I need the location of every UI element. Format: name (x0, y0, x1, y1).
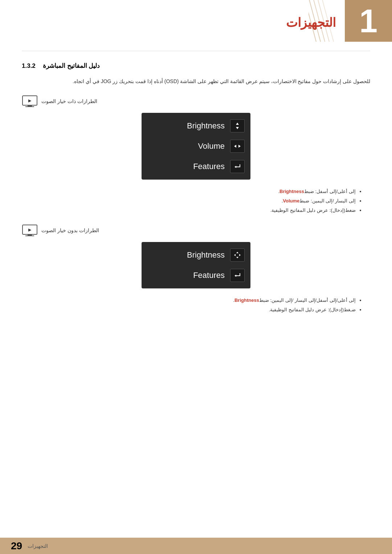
svg-rect-11 (25, 235, 34, 236)
leftright-icon (233, 142, 241, 150)
bullet-1-features: ضغط(إدخال): عرض دليل المفاتيح الوظيفية. (22, 206, 356, 215)
page-footer: التجهيزات 29 (0, 538, 392, 554)
intro-paragraph: للحصول على إرشادات حول مفاتيح الاختصارات… (22, 77, 370, 86)
svg-rect-2 (25, 106, 34, 107)
menu-box-2: Brightness Features (142, 242, 250, 288)
svg-marker-14 (236, 257, 238, 258)
svg-marker-6 (234, 145, 236, 148)
brightness-label-2: Brightness (187, 250, 225, 260)
monitor-svg-1: ▶ (22, 95, 38, 107)
chapter-title: التجهيزات (286, 15, 336, 30)
subsection-with-sound-text: الطرازات ذات خيار الصوت (41, 98, 97, 104)
svg-marker-15 (234, 254, 236, 256)
svg-rect-10 (28, 234, 32, 235)
svg-marker-16 (239, 254, 241, 256)
svg-rect-1 (28, 105, 32, 106)
chapter-box: 1 (345, 0, 392, 42)
enter-icon-1 (233, 163, 241, 171)
subsection-without-sound-label: الطرازات بدون خيار الصوت ▶ (22, 224, 370, 237)
svg-marker-7 (238, 145, 241, 148)
brightness-icon-2 (230, 249, 245, 262)
menu-item-brightness-2: Brightness (142, 245, 250, 265)
bullet-1-brightness: إلى أعلى/إلى أسفل: ضبطBrightness. (22, 187, 356, 196)
chapter-number: 1 (359, 5, 377, 37)
menu-box-1: Brightness Volume Features (142, 113, 250, 180)
subsection-without-sound-text: الطرازات بدون خيار الصوت (41, 227, 99, 233)
features-icon-2 (230, 269, 245, 282)
svg-text:▶: ▶ (28, 227, 32, 232)
bullet-1-volume: إلى اليسار /إلى اليمين: ضبطVolume. (22, 196, 356, 206)
section-number: 1.3.2 (22, 62, 36, 70)
menu-item-brightness-1: Brightness (142, 116, 250, 136)
updown-icon (233, 122, 241, 130)
svg-marker-4 (236, 123, 239, 125)
section-title: دليل المفاتيح المباشرة (43, 62, 100, 70)
svg-marker-8 (234, 166, 236, 168)
features-label-2: Features (193, 271, 225, 280)
updown2-icon (233, 251, 241, 259)
section-heading: دليل المفاتيح المباشرة 1.3.2 (22, 62, 370, 70)
features-label-1: Features (193, 162, 225, 171)
menu-item-volume: Volume (142, 136, 250, 156)
chapter-title-text: التجهيزات (286, 16, 336, 29)
menu-item-features-2: Features (142, 265, 250, 286)
page-number: 29 (11, 540, 22, 552)
brightness-label-1: Brightness (187, 121, 225, 131)
svg-text:▶: ▶ (28, 98, 32, 103)
volume-icon (230, 140, 245, 153)
menu-item-features-1: Features (142, 156, 250, 177)
monitor-icon-1: ▶ (22, 95, 38, 107)
brightness-icon-1 (230, 119, 245, 132)
bullet-list-2: إلى أعلى/إلى أسفل/إلى اليسار /إلى اليمين… (22, 296, 370, 315)
monitor-icon-2: ▶ (22, 224, 38, 237)
bullet-2-features: ضـغط(إدخال): عرض دليل المفاتيح الوظيفية. (22, 305, 356, 315)
enter-icon-2 (233, 271, 241, 279)
volume-label: Volume (198, 141, 225, 151)
svg-marker-17 (234, 275, 236, 277)
monitor-svg-2: ▶ (22, 224, 38, 237)
subsection-with-sound-label: الطرازات ذات خيار الصوت ▶ (22, 95, 370, 107)
features-icon-1 (230, 160, 245, 173)
footer-chapter-label: التجهيزات (28, 543, 48, 549)
svg-marker-5 (236, 127, 239, 129)
bullet-2-brightness: إلى أعلى/إلى أسفل/إلى اليسار /إلى اليمين… (22, 296, 356, 305)
svg-marker-13 (236, 252, 238, 253)
bullet-list-1: إلى أعلى/إلى أسفل: ضبطBrightness. إلى ال… (22, 187, 370, 215)
top-divider (22, 51, 370, 51)
